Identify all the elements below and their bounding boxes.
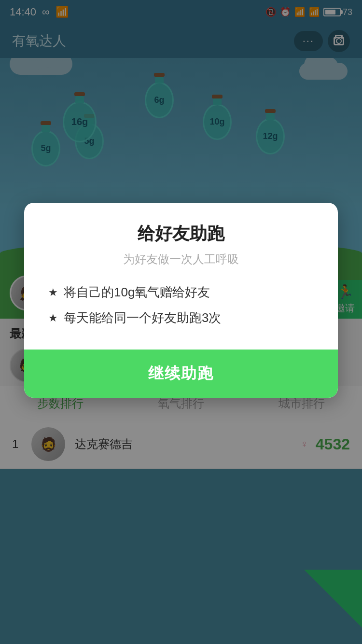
modal-title: 给好友助跑 — [43, 222, 319, 246]
modal-content: 给好友助跑 为好友做一次人工呼吸 ★ 将自己的10g氧气赠给好友 ★ 每天能给同… — [24, 203, 338, 350]
modal-point-text-2: 每天能给同一个好友助跑3次 — [64, 309, 221, 326]
modal-points: ★ 将自己的10g氧气赠给好友 ★ 每天能给同一个好友助跑3次 — [43, 284, 319, 326]
modal-point-2: ★ 每天能给同一个好友助跑3次 — [48, 309, 314, 326]
modal-subtitle: 为好友做一次人工呼吸 — [43, 252, 319, 267]
confirm-assist-button[interactable]: 继续助跑 — [24, 350, 338, 398]
modal-point-1: ★ 将自己的10g氧气赠给好友 — [48, 284, 314, 301]
assist-run-modal: 给好友助跑 为好友做一次人工呼吸 ★ 将自己的10g氧气赠给好友 ★ 每天能给同… — [24, 203, 338, 398]
star-icon-1: ★ — [48, 286, 58, 299]
modal-point-text-1: 将自己的10g氧气赠给好友 — [64, 284, 210, 301]
star-icon-2: ★ — [48, 312, 58, 324]
